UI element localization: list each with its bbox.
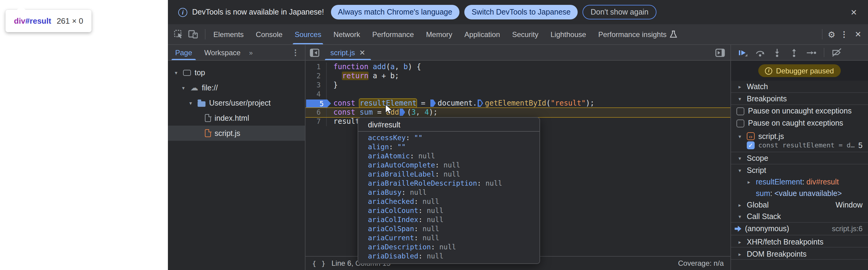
flask-icon (670, 30, 677, 38)
deactivate-breakpoints-icon[interactable] (832, 48, 842, 57)
breakpoint-checkbox[interactable]: ✓ (747, 141, 755, 149)
inline-breakpoint-icon[interactable] (478, 99, 483, 107)
tree-item-top[interactable]: ▾top (168, 65, 305, 80)
popup-property-row: ariaChecked: null (358, 197, 539, 206)
tab-network[interactable]: Network (327, 24, 366, 44)
property-value: null (443, 170, 460, 178)
section-xhr-breakpoints[interactable]: ▸XHR/fetch Breakpoints (731, 235, 868, 247)
resume-script-icon[interactable] (738, 48, 748, 57)
popup-property-row: align: "" (358, 143, 539, 152)
pause-toggle-0[interactable]: Pause on uncaught exceptions (731, 105, 868, 117)
toggle-label: Pause on caught exceptions (748, 119, 843, 127)
debugger-paused-badge: i Debugger paused (758, 64, 841, 77)
editor-tab-scriptjs[interactable]: script.js ✕ (324, 45, 372, 60)
section-breakpoints[interactable]: ▾Breakpoints (731, 93, 868, 105)
mouse-cursor (385, 104, 393, 117)
scope-row-resultElement[interactable]: ▸resultElement: div#result (731, 176, 868, 187)
tree-item-script-js[interactable]: script.js (168, 126, 305, 141)
debugger-sections: ▸Watch▾BreakpointsPause on uncaught exce… (731, 81, 868, 260)
collapse-left-panel-icon[interactable] (306, 48, 324, 57)
file-icon (205, 114, 211, 122)
tab-performance-insights[interactable]: Performance insights (592, 24, 683, 44)
debugger-toolbar (731, 45, 868, 61)
tree-item-index-html[interactable]: index.html (168, 111, 305, 126)
inline-breakpoint-icon[interactable] (400, 109, 405, 116)
tab-console[interactable]: Console (250, 24, 288, 44)
line-gutter-2[interactable]: 2 (306, 71, 326, 81)
notification-button-1[interactable]: Switch DevTools to Japanese (464, 5, 578, 20)
notification-button-2[interactable]: Don't show again (583, 5, 656, 20)
breakpoint-file-group[interactable]: ▾‹›script.js (731, 129, 868, 141)
tab-application[interactable]: Application (458, 24, 506, 44)
property-colon: : (414, 197, 423, 206)
tree-item-users-user-project[interactable]: ▾Users/user/project (168, 95, 305, 111)
property-value: null (486, 179, 502, 187)
code-token: const (333, 99, 355, 108)
tree-item-file-[interactable]: ▾☁file:// (168, 80, 305, 95)
settings-gear-icon[interactable]: ⚙ (828, 29, 835, 39)
section-call-stack[interactable]: ▾Call Stack (731, 211, 868, 223)
section-dom-breakpoints[interactable]: ▸DOM Breakpoints (731, 247, 868, 260)
tab-page[interactable]: Page (169, 45, 198, 60)
line-gutter-6[interactable]: 6 (306, 108, 326, 117)
step-out-icon[interactable] (789, 48, 799, 57)
tab-sources[interactable]: Sources (288, 24, 327, 44)
section-label: XHR/fetch Breakpoints (747, 238, 824, 246)
open-right-panel-icon[interactable] (715, 48, 731, 57)
line-gutter-7[interactable]: 7 (306, 117, 326, 126)
line-gutter-4[interactable]: 4 (306, 90, 326, 99)
step-over-icon[interactable] (755, 48, 765, 57)
step-into-icon[interactable] (772, 48, 782, 57)
devtools-close-icon[interactable]: ✕ (853, 30, 863, 39)
toolbar-left-icons (168, 30, 203, 39)
panel-tabs: ElementsConsoleSourcesNetworkPerformance… (207, 24, 683, 44)
line-source-2: return a + b; (326, 71, 731, 81)
scope-row-sum[interactable]: sum: <value unavailable> (731, 187, 868, 199)
section-watch[interactable]: ▸Watch (731, 81, 868, 93)
breakpoint-entry[interactable]: ✓const resultElement = doc⋯5 (731, 141, 868, 152)
notification-close-icon[interactable]: ✕ (845, 7, 862, 17)
property-name: ariaCurrent (368, 234, 414, 242)
line-gutter-3[interactable]: 3 (306, 81, 326, 90)
property-name: ariaBrailleRoleDescription (368, 179, 477, 187)
device-toolbar-icon[interactable] (188, 30, 198, 39)
call-stack-frame[interactable]: (anonymous)script.js:6 (731, 223, 868, 235)
section-scope[interactable]: ▾Scope (731, 152, 868, 164)
file-tree: ▾top▾☁file://▾Users/user/projectindex.ht… (168, 61, 305, 141)
pretty-print-icon[interactable]: { } (312, 260, 326, 267)
navigator-menu-icon[interactable]: ⋮ (286, 48, 305, 57)
notification-button-0[interactable]: Always match Chrome's language (331, 5, 460, 20)
tab-lighthouse[interactable]: Lighthouse (544, 24, 592, 44)
checkbox[interactable] (737, 119, 744, 127)
checkbox[interactable] (737, 107, 744, 115)
code-token: ( (407, 108, 411, 117)
more-options-icon[interactable]: ⋮ (839, 30, 849, 39)
scope-row-Global[interactable]: ▸GlobalWindow (731, 199, 868, 211)
code-token (355, 99, 360, 108)
code-token (355, 108, 360, 117)
property-colon: : (414, 234, 423, 242)
property-value: "" (414, 133, 423, 142)
tab-elements[interactable]: Elements (207, 24, 250, 44)
line-gutter-1[interactable]: 1 (306, 62, 326, 71)
tab-close-icon[interactable]: ✕ (359, 48, 365, 57)
tab-performance[interactable]: Performance (366, 24, 420, 44)
inline-breakpoint-icon[interactable] (430, 99, 436, 107)
popup-property-row: ariaAutoComplete: null (358, 161, 539, 170)
step-icon[interactable] (806, 48, 816, 57)
tab-overflow-icon[interactable]: » (247, 49, 256, 56)
pause-toggle-1[interactable]: Pause on caught exceptions (731, 117, 868, 129)
breakpoint-marker[interactable]: 5 (306, 99, 331, 108)
tab-workspace[interactable]: Workspace (198, 45, 247, 60)
code-line-6: 6const sum = add(3, 4); (306, 108, 731, 118)
tab-label: Sources (294, 30, 321, 38)
inspect-element-icon[interactable] (174, 30, 184, 39)
code-token (369, 62, 373, 71)
tab-memory[interactable]: Memory (420, 24, 459, 44)
editor-tabbar: script.js ✕ (306, 45, 731, 61)
scope-row-Script[interactable]: ▾Script (731, 164, 868, 176)
tab-security[interactable]: Security (506, 24, 545, 44)
property-colon: : (389, 143, 397, 151)
code-token: ) { (408, 62, 421, 71)
line-gutter-5[interactable]: 5 (306, 99, 326, 108)
